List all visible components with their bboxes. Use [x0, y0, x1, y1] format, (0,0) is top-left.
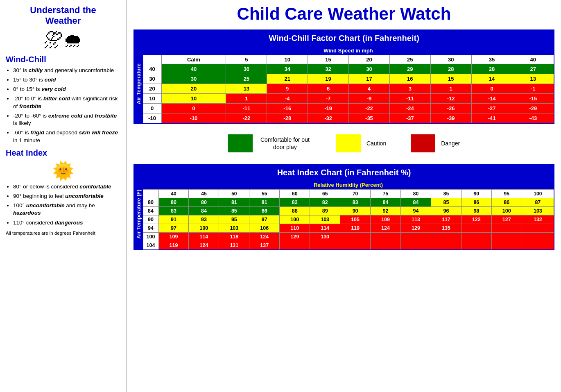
legend-box-green	[228, 134, 253, 152]
hi-cell: 122	[461, 215, 491, 224]
legend-label-caution: Caution	[366, 140, 386, 147]
wc-row-label: -10	[143, 113, 161, 124]
windchill-table: Wind-Chill Factor Chart (in Fahrenheit) …	[133, 29, 554, 124]
heatindex-data-row: 104119124131137	[134, 241, 554, 250]
sidebar-title: Understand the Weather	[6, 5, 120, 27]
wc-col-h1: Calm	[161, 55, 226, 64]
heatindex-bullet-1: 80° or below is considered comfortable	[13, 183, 120, 190]
windchill-data-row: 30302521191716151413	[134, 74, 554, 84]
wc-col-h2: 5	[226, 55, 267, 64]
windchill-bullet-1: 30° is chilly and generally uncomfortabl…	[13, 67, 120, 74]
heatindex-data-row: 848384858688899092949698100103	[134, 207, 554, 215]
hi-cell: 83	[158, 207, 189, 215]
hi-col-h3: 50	[219, 190, 249, 198]
hi-cell: 85	[219, 207, 249, 215]
windchill-title-row: Wind-Chill Factor Chart (in Fahrenheit)	[134, 30, 554, 46]
wc-cell: 4	[349, 84, 390, 94]
hi-cell	[340, 233, 371, 241]
wc-cell: -22	[226, 113, 267, 124]
wc-cell: 0	[161, 104, 226, 113]
hi-cell: 96	[431, 207, 461, 215]
hi-col-h5: 60	[280, 190, 310, 198]
hi-cell: 100	[280, 215, 310, 224]
windchill-chart-container: Wind-Chill Factor Chart (in Fahrenheit) …	[133, 29, 554, 124]
air-temp-f-rotated-cell: Air Temperature (F)	[134, 181, 143, 250]
wc-cell: -35	[349, 113, 390, 124]
wc-cell: 6	[308, 84, 349, 94]
hi-cell	[491, 224, 522, 233]
hi-col-h10: 85	[431, 190, 461, 198]
wc-cell: 30	[161, 74, 226, 84]
hi-col-h1: 40	[158, 190, 189, 198]
wc-cell: 25	[226, 74, 267, 84]
hi-col-h11: 90	[461, 190, 491, 198]
hi-cell: 80	[189, 198, 219, 207]
windchill-data-row: 40403634323029282827	[134, 64, 554, 74]
hi-cell	[401, 241, 431, 250]
hi-cell: 92	[371, 207, 401, 215]
hi-cell: 80	[158, 198, 189, 207]
hi-cell: 91	[158, 215, 189, 224]
hi-cell	[461, 241, 491, 250]
hi-cell: 103	[219, 224, 249, 233]
windchill-bullets: 30° is chilly and generally uncomfortabl…	[6, 67, 120, 144]
wc-cell: -9	[349, 94, 390, 104]
hi-cell: 117	[431, 215, 461, 224]
wc-cell: 36	[226, 64, 267, 74]
hi-cell	[401, 233, 431, 241]
hi-cell: 105	[340, 215, 371, 224]
hi-cell: 90	[340, 207, 371, 215]
hi-cell: 97	[249, 215, 280, 224]
wc-cell: 29	[389, 64, 430, 74]
hi-cell: 100	[491, 207, 522, 215]
windchill-bullet-5: -20° to -60° is extreme cold and frostbi…	[13, 112, 120, 127]
wc-col-h5: 20	[349, 55, 390, 64]
wc-row-label: 30	[143, 74, 161, 84]
wc-row-label: 0	[143, 104, 161, 113]
hi-col-h2: 45	[189, 190, 219, 198]
wc-cell: -37	[389, 113, 430, 124]
wc-col-h8: 35	[471, 55, 512, 64]
hi-cell	[491, 233, 522, 241]
hi-col-h7: 70	[340, 190, 371, 198]
hi-cell: 119	[340, 224, 371, 233]
hi-cell: 106	[249, 224, 280, 233]
main-content: Child Care Weather Watch Wind-Chill Fact…	[127, 0, 561, 392]
sidebar: Understand the Weather ⛈🌧 Wind-Chill 30°…	[0, 0, 127, 392]
hi-cell: 86	[461, 198, 491, 207]
wc-cell: 34	[267, 64, 308, 74]
windchill-bullet-2: 15° to 30° is cold	[13, 76, 120, 84]
windspeed-label-row: Air Temperature Wind Speed in mph	[134, 46, 554, 55]
hi-cell: 103	[310, 215, 340, 224]
hi-cell: 85	[431, 198, 461, 207]
hi-cell	[461, 224, 491, 233]
hi-cell: 93	[189, 215, 219, 224]
hi-row-label: 80	[143, 198, 158, 207]
wc-row-label: 10	[143, 94, 161, 104]
hi-cell: 124	[189, 241, 219, 250]
wc-cell: 15	[430, 74, 471, 84]
windchill-bullet-6: -60° is frigid and exposed skin will fre…	[13, 129, 120, 144]
hi-cell: 124	[371, 224, 401, 233]
hi-cell	[340, 241, 371, 250]
hi-cell: 82	[310, 198, 340, 207]
air-temp-rotated-cell: Air Temperature	[134, 46, 143, 123]
hi-cell: 81	[219, 198, 249, 207]
hi-cell	[371, 241, 401, 250]
humidity-label: Relative Humidity (Percent)	[143, 181, 554, 190]
heatindex-data-row: 9091939597100103105109113117122127132	[134, 215, 554, 224]
windchill-data-row: -10-10-22-28-32-35-37-39-41-43	[134, 113, 554, 124]
wc-cell: 13	[512, 74, 554, 84]
hi-row-label: 90	[143, 215, 158, 224]
windchill-heading: Wind-Chill	[6, 55, 120, 64]
hi-cell: 86	[491, 198, 522, 207]
wc-cell: -16	[267, 104, 308, 113]
heatindex-data-row: 9497100103106110114119124129135	[134, 224, 554, 233]
hi-row-label: 100	[143, 233, 158, 241]
legend-item-comfortable: Comfortable for out door play	[228, 134, 312, 152]
wc-row-label: 40	[143, 64, 161, 74]
wc-cell: 30	[349, 64, 390, 74]
wc-cell: -11	[389, 94, 430, 104]
hi-col-h13: 100	[522, 190, 554, 198]
windchill-data-row: 00-11-16-19-22-24-26-27-29	[134, 104, 554, 113]
